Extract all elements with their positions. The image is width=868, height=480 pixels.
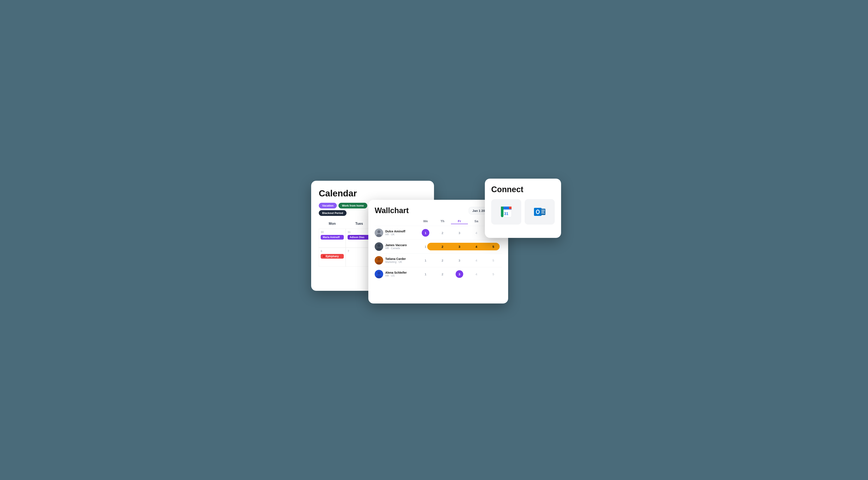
svg-point-10 bbox=[377, 272, 380, 274]
cal-date: 31 bbox=[348, 231, 371, 234]
wc-day-james-5: 5 bbox=[485, 245, 502, 248]
wc-header-th: Th bbox=[434, 219, 451, 224]
person-info-tatiana: Tatiana Carder Marketing · UK bbox=[375, 256, 417, 265]
cal-date: 7 bbox=[348, 249, 371, 253]
cal-date: 6 bbox=[321, 249, 344, 253]
wc-day-dulce-3: 3 bbox=[451, 231, 468, 235]
wallchart-column-headers: We Th Fr Sa Su bbox=[375, 219, 502, 224]
outlook-box[interactable] bbox=[525, 199, 555, 225]
wc-day-tatiana-5: 5 bbox=[485, 259, 502, 262]
svg-point-7 bbox=[377, 258, 380, 261]
today-highlight-alena: 3 bbox=[456, 270, 463, 278]
outlook-icon bbox=[533, 206, 546, 218]
wc-header-fr: Fr bbox=[451, 219, 468, 224]
svg-point-4 bbox=[377, 244, 380, 247]
wc-day-alena-5: 5 bbox=[485, 272, 502, 276]
tag-blackout-period[interactable]: Blackout Period bbox=[319, 210, 346, 216]
connect-title: Connect bbox=[491, 185, 555, 194]
avatar-alena bbox=[375, 270, 383, 278]
cal-header-mon: Mon bbox=[319, 221, 346, 227]
wc-day-dulce-2: 2 bbox=[434, 231, 451, 235]
calendar-title: Calendar bbox=[319, 188, 426, 199]
cal-cell-30[interactable]: 30 Maria Aminoff bbox=[319, 229, 346, 248]
wc-day-alena-3: 3 bbox=[451, 270, 468, 278]
person-name-alena: Alena Schleifer bbox=[385, 271, 407, 274]
person-dept-dulce: HR · UK bbox=[385, 233, 405, 236]
person-dept-james: HR · Canada bbox=[385, 247, 407, 250]
svg-point-1 bbox=[377, 230, 380, 233]
google-calendar-box[interactable]: 31 bbox=[491, 199, 521, 225]
connect-card: Connect 31 bbox=[485, 179, 561, 238]
wc-header-we: We bbox=[417, 219, 434, 224]
wc-day-alena-1: 1 bbox=[417, 272, 434, 276]
avatar-dulce bbox=[375, 229, 383, 237]
tag-vacation[interactable]: Vacation bbox=[319, 203, 337, 208]
google-calendar-icon: 31 bbox=[500, 206, 513, 218]
svg-rect-27 bbox=[541, 213, 545, 213]
person-info-dulce: Dulce Aminoff HR · UK bbox=[375, 229, 417, 237]
wc-day-tatiana-4: 4 bbox=[468, 259, 485, 262]
cal-event-adison: Adison Dias bbox=[348, 235, 371, 240]
tag-work-from-home[interactable]: Work from home bbox=[339, 203, 367, 208]
cal-event-maria: Maria Aminoff bbox=[321, 235, 344, 240]
person-name-tatiana: Tatiana Carder bbox=[385, 257, 406, 261]
holiday-dot bbox=[323, 255, 325, 258]
person-name-dulce: Dulce Aminoff bbox=[385, 230, 405, 233]
cal-date: 30 bbox=[321, 231, 344, 234]
wc-day-tatiana-1: 1 bbox=[417, 259, 434, 262]
scene: Calendar Vacation Work from home Sick Da… bbox=[307, 174, 561, 306]
wc-day-dulce-1: 1 bbox=[417, 229, 434, 237]
wc-day-james-3: 3 bbox=[451, 245, 468, 248]
person-info-james: James Vaccaro HR · Canada bbox=[375, 242, 417, 251]
svg-rect-24 bbox=[541, 210, 545, 210]
svg-text:31: 31 bbox=[504, 212, 508, 216]
wc-day-alena-2: 2 bbox=[434, 272, 451, 276]
wc-day-alena-4: 4 bbox=[468, 272, 485, 276]
wc-day-james-4: 4 bbox=[468, 245, 485, 248]
wc-row-dulce: Dulce Aminoff HR · UK 1 2 3 4 5 bbox=[375, 226, 502, 240]
svg-point-22 bbox=[537, 210, 539, 213]
wc-day-tatiana-2: 2 bbox=[434, 259, 451, 262]
svg-rect-16 bbox=[501, 207, 503, 216]
person-info-alena: Alena Schleifer HR · US bbox=[375, 270, 417, 278]
wallchart-header: Wallchart Jan 1 2025 → — bbox=[375, 206, 502, 215]
person-dept-alena: HR · US bbox=[385, 274, 407, 277]
person-name-james: James Vaccaro bbox=[385, 243, 407, 247]
svg-rect-25 bbox=[541, 211, 545, 211]
wc-row-alena: Alena Schleifer HR · US 1 2 3 4 5 bbox=[375, 267, 502, 281]
avatar-james bbox=[375, 242, 383, 251]
today-highlight: 1 bbox=[422, 229, 429, 237]
cal-event-ephiphany: Ephiphany bbox=[321, 254, 344, 259]
svg-rect-26 bbox=[541, 212, 544, 212]
wc-row-tatiana: Tatiana Carder Marketing · UK 1 2 3 4 5 bbox=[375, 253, 502, 267]
cal-cell-6[interactable]: 6 Ephiphany bbox=[319, 248, 346, 267]
person-dept-tatiana: Marketing · UK bbox=[385, 261, 406, 264]
wc-day-james-2: 2 bbox=[434, 245, 451, 248]
wc-header-sa: Sa bbox=[468, 219, 485, 224]
connect-icons-row: 31 bbox=[491, 199, 555, 225]
avatar-tatiana bbox=[375, 256, 383, 265]
wc-header-empty bbox=[375, 219, 417, 224]
wc-day-dulce-4: 4 bbox=[468, 231, 485, 235]
wc-row-james: James Vaccaro HR · Canada 1 2 3 4 5 bbox=[375, 240, 502, 253]
wallchart-title: Wallchart bbox=[375, 206, 409, 215]
wc-day-tatiana-3: 3 bbox=[451, 259, 468, 262]
